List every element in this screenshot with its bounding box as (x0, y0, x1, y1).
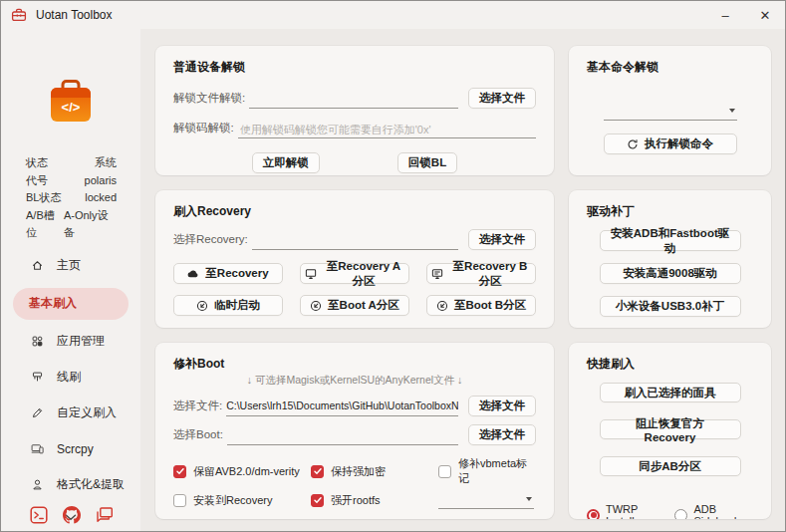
edit-icon (31, 406, 44, 419)
sidebar-footer (30, 506, 114, 524)
checkbox-force-rootfs[interactable]: 强开rootfs (311, 491, 438, 509)
screen-mirror-icon (31, 442, 44, 455)
card-title: 基本命令解锁 (587, 59, 753, 76)
checkbox-keep-avb-dmverity[interactable]: 保留AVB2.0/dm-verity (173, 456, 311, 486)
flash-recovery-a-button[interactable]: 至Recovery A分区 (300, 263, 409, 284)
uotan-toolbox-window: Uotan Toolbox – ✕ (0, 0, 786, 532)
close-button[interactable]: ✕ (745, 1, 785, 29)
radio-adb-sideload[interactable]: ADB Sideload (674, 503, 753, 519)
checkbox-label: 保留AVB2.0/dm-verity (193, 464, 300, 479)
checkbox-box[interactable] (311, 494, 324, 507)
card-title: 普通设备解锁 (173, 59, 536, 76)
checkbox-box[interactable] (438, 465, 451, 478)
choose-boot-file-button[interactable]: 选择文件 (468, 424, 536, 445)
sidebar-item-scrcpy[interactable]: Scrcpy (1, 435, 140, 463)
power-icon (436, 300, 448, 312)
sidebar-item-app-management[interactable]: 应用管理 (1, 328, 140, 356)
sidebar-item-custom-flash[interactable]: 自定义刷入 (1, 399, 140, 427)
unlock-file-input[interactable] (249, 92, 458, 109)
power-icon (310, 300, 322, 312)
checkbox-patch-vbmeta[interactable]: 修补vbmeta标记 (438, 456, 536, 486)
sidebar-item-basic-flash[interactable]: 基本刷入 (13, 288, 129, 320)
sidebar-item-label: 线刷 (57, 369, 81, 386)
cloud-icon (187, 268, 199, 280)
radio-button[interactable] (674, 509, 687, 520)
sidebar-item-home[interactable]: 主页 (1, 252, 140, 280)
sidebar-item-label: 自定义刷入 (57, 404, 117, 421)
monitor-lines-icon (431, 268, 443, 280)
uotan-logo: </> (49, 79, 93, 129)
patch-file-path[interactable]: C:\Users\lrh15\Documents\GitHub\UotanToo… (226, 399, 458, 416)
install-adb-fastboot-driver-button[interactable]: 安装ADB和Fastboot驱动 (600, 230, 741, 251)
choose-recovery-file-button[interactable]: 选择文件 (468, 229, 536, 250)
checkbox-install-to-recovery[interactable]: 安装到Recovery (173, 491, 311, 509)
minimize-button[interactable]: – (705, 1, 745, 29)
cable-flash-icon (31, 371, 44, 384)
main-content: 普通设备解锁 解锁文件解锁: 选择文件 解锁码解锁: 立即解锁 回锁BL 基本命… (140, 29, 785, 532)
chevron-down-icon (729, 109, 735, 113)
execute-unlock-command-button[interactable]: 执行解锁命令 (604, 133, 737, 154)
status-value: A-Only设备 (64, 207, 117, 242)
checkbox-label: 安装到Recovery (193, 493, 272, 508)
sync-ab-partitions-button[interactable]: 同步AB分区 (600, 456, 741, 476)
card-device-unlock: 普通设备解锁 解锁文件解锁: 选择文件 解锁码解锁: 立即解锁 回锁BL (155, 46, 554, 175)
radio-label: ADB Sideload (693, 503, 753, 519)
recovery-file-input[interactable] (252, 233, 458, 250)
card-command-unlock: 基本命令解锁 执行解锁命令 (569, 46, 771, 175)
flash-boot-b-button[interactable]: 至Boot B分区 (426, 295, 536, 316)
vbmeta-option-select[interactable] (438, 493, 534, 509)
sidebar-item-label: 基本刷入 (29, 295, 77, 312)
card-flash-recovery: 刷入Recovery 选择Recovery: 选择文件 至Recovery (155, 190, 554, 328)
sidebar-item-wire-flash[interactable]: 线刷 (1, 364, 140, 392)
unlock-command-select[interactable] (604, 103, 737, 121)
choose-patch-file-button[interactable]: 选择文件 (468, 396, 536, 416)
status-value: 系统 (95, 154, 117, 172)
sidebar-item-label: Scrcpy (57, 442, 94, 456)
checkbox-keep-encryption[interactable]: 保持强加密 (311, 456, 438, 486)
card-title: 快捷刷入 (587, 356, 753, 373)
sidebar-item-label: 主页 (57, 257, 81, 274)
github-icon[interactable] (63, 506, 81, 524)
power-icon (196, 300, 208, 312)
sidebar-nav: 主页 基本刷入 应用管理 (1, 252, 140, 499)
unlock-file-label: 解锁文件解锁: (173, 91, 245, 109)
boot-file-input[interactable] (227, 428, 458, 445)
status-label: A/B槽位 (26, 207, 64, 242)
flash-to-recovery-button[interactable]: 至Recovery (173, 263, 283, 284)
anykernel-hint: ↓ 可选择Magisk或KernelSU的AnyKernel文件 ↓ (173, 374, 536, 388)
install-qualcomm-9008-driver-button[interactable]: 安装高通9008驱动 (600, 263, 741, 284)
terminal-icon[interactable] (30, 506, 48, 524)
device-status-panel: 状态 系统 代号 polaris BL状态 locked A/B槽位 A-Onl… (26, 154, 117, 242)
radio-button[interactable] (587, 509, 600, 520)
sidebar-item-format-extract[interactable]: 格式化&提取 (1, 471, 140, 499)
sidebar-item-label: 应用管理 (57, 333, 105, 350)
flash-recovery-b-button[interactable]: 至Recovery B分区 (426, 263, 536, 284)
patch-file-label: 选择文件: (173, 399, 222, 416)
relock-bl-button[interactable]: 回锁BL (397, 152, 457, 173)
unlock-now-button[interactable]: 立即解锁 (252, 152, 320, 173)
user-icon (31, 478, 44, 491)
radio-twrp-install[interactable]: TWRP Install (587, 503, 660, 519)
card-title: 驱动补丁 (587, 203, 753, 220)
card-title: 刷入Recovery (173, 203, 536, 220)
xiaomi-usb3-patch-button[interactable]: 小米设备USB3.0补丁 (600, 296, 741, 317)
block-stock-recovery-restore-button[interactable]: 阻止恢复官方Recovery (600, 419, 741, 439)
status-label: 状态 (26, 154, 48, 172)
card-quick-flash: 快捷刷入 刷入已选择的面具 阻止恢复官方Recovery 同步AB分区 TWRP… (569, 343, 771, 519)
checkbox-box[interactable] (173, 494, 186, 507)
unlock-code-input[interactable] (238, 121, 536, 138)
flash-boot-a-button[interactable]: 至Boot A分区 (300, 295, 409, 316)
temp-boot-button[interactable]: 临时启动 (173, 295, 283, 316)
status-label: BL状态 (26, 189, 61, 207)
sidebar-item-label: 格式化&提取 (57, 476, 125, 493)
feedback-icon[interactable] (96, 506, 114, 524)
choose-unlock-file-button[interactable]: 选择文件 (468, 88, 536, 109)
status-value: polaris (85, 172, 117, 190)
checkbox-box[interactable] (173, 465, 186, 478)
checkbox-box[interactable] (311, 465, 324, 478)
status-row: 代号 polaris (26, 172, 117, 190)
checkbox-label: 修补vbmeta标记 (458, 456, 536, 486)
flash-selected-magisk-button[interactable]: 刷入已选择的面具 (600, 383, 741, 402)
select-recovery-label: 选择Recovery: (173, 232, 248, 250)
status-label: 代号 (26, 172, 48, 190)
